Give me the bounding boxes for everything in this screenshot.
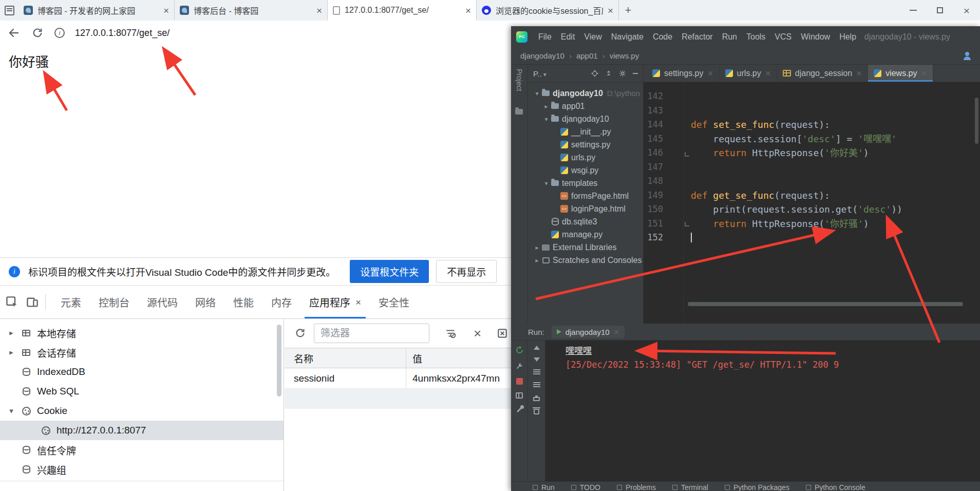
editor-tab[interactable]: views.py: [868, 65, 933, 82]
sidebar-item[interactable]: ▸ 本地存储: [0, 323, 284, 343]
editor-tab[interactable]: settings.py: [647, 65, 720, 82]
expand-arrow-icon[interactable]: ▾: [7, 406, 15, 416]
editor-tab-close-icon[interactable]: [765, 68, 771, 78]
up-stack-icon[interactable]: [534, 346, 540, 350]
tool-window-button[interactable]: TODO: [571, 483, 600, 491]
devtools-tab[interactable]: 元素: [52, 286, 90, 318]
tree-arrow-icon[interactable]: ▾: [542, 180, 550, 187]
code-line[interactable]: 142: [644, 89, 980, 104]
horizontal-scrollbar[interactable]: [688, 302, 963, 306]
project-tree-item[interactable]: __init__.py: [528, 125, 643, 138]
stop-icon[interactable]: [516, 378, 523, 385]
menu-item[interactable]: Run: [718, 32, 742, 42]
devtools-tab[interactable]: 源代码: [138, 286, 186, 318]
clear-cookies-button[interactable]: [474, 327, 481, 340]
sidebar-item[interactable]: ▾ Cookie: [0, 401, 284, 421]
devtools-tab-close-icon[interactable]: [355, 297, 361, 307]
browser-tab[interactable]: 博客园 - 开发者的网上家园: [18, 0, 175, 21]
tool-window-button[interactable]: Python Packages: [725, 483, 789, 491]
expand-arrow-icon[interactable]: ▸: [7, 328, 15, 337]
sidebar-item[interactable]: 兴趣组: [0, 460, 284, 479]
tab-close-icon[interactable]: [465, 6, 471, 15]
breadcrumb-item[interactable]: views.py: [610, 51, 639, 60]
refresh-button[interactable]: [31, 26, 44, 40]
scroll-to-end-icon[interactable]: [533, 382, 540, 383]
tab-actions-button[interactable]: [0, 0, 18, 21]
tool-window-button[interactable]: Run: [533, 483, 555, 491]
device-toolbar-button[interactable]: [26, 295, 39, 309]
project-stripe-button[interactable]: Project: [515, 69, 523, 91]
wrench-icon[interactable]: [515, 362, 523, 370]
users-icon[interactable]: [963, 52, 972, 60]
filter-input[interactable]: [314, 324, 429, 343]
project-tree-item[interactable]: ▸ Scratches and Consoles: [528, 254, 643, 267]
tool-window-button[interactable]: Python Console: [806, 483, 865, 491]
dismiss-button[interactable]: 不再显示: [436, 260, 497, 283]
tab-close-icon[interactable]: [163, 6, 169, 15]
project-tree-item[interactable]: ▾ templates: [528, 177, 643, 190]
project-tree-item[interactable]: ▾ djangoday10: [528, 112, 643, 125]
code-line[interactable]: 144 def set_se_func(request):: [644, 118, 980, 132]
fold-end-icon[interactable]: [685, 152, 689, 157]
site-info-icon[interactable]: [54, 28, 65, 38]
devtools-tab[interactable]: 安全性: [370, 286, 418, 318]
editor-tab[interactable]: urls.py: [720, 65, 777, 82]
back-button[interactable]: [7, 26, 21, 40]
menu-item[interactable]: File: [534, 32, 556, 42]
code-editor[interactable]: 142 143 144 def set_se_func(request): 14…: [644, 82, 980, 324]
devtools-tab[interactable]: 性能: [224, 286, 262, 318]
menu-item[interactable]: Refactor: [677, 32, 717, 42]
code-line[interactable]: 151 return HttpResponse('你好骚'): [644, 217, 980, 231]
gear-icon[interactable]: [619, 70, 626, 77]
hide-panel-icon[interactable]: [633, 73, 638, 74]
editor-tab[interactable]: django_session: [777, 65, 868, 82]
sidebar-item[interactable]: http://127.0.0.1:8077: [0, 421, 284, 440]
console-output[interactable]: 嘿嘿嘿[25/Dec/2022 15:33:48] "GET /get_se/ …: [545, 341, 980, 481]
menu-item[interactable]: View: [579, 32, 606, 42]
menu-item[interactable]: Tools: [742, 32, 770, 42]
cookies-refresh-button[interactable]: [295, 328, 306, 338]
code-line[interactable]: 149 def get_se_func(request):: [644, 188, 980, 203]
menu-item[interactable]: Navigate: [607, 32, 648, 42]
delete-selected-button[interactable]: [497, 328, 508, 339]
project-tree-item[interactable]: ▸ External Libraries: [528, 241, 643, 254]
editor-tab-close-icon[interactable]: [921, 68, 927, 78]
menu-item[interactable]: VCS: [770, 32, 796, 42]
url-field[interactable]: 127.0.0.1:8077/get_se/: [75, 28, 169, 39]
project-tree-item[interactable]: urls.py: [528, 151, 643, 164]
run-config-tab[interactable]: djangoday10: [552, 326, 625, 338]
tree-arrow-icon[interactable]: ▸: [533, 257, 541, 264]
devtools-tab[interactable]: 应用程序: [300, 286, 370, 318]
menu-item[interactable]: Code: [648, 32, 677, 42]
project-tree-item[interactable]: formsPage.html: [528, 190, 643, 202]
devtools-tab[interactable]: 控制台: [90, 286, 138, 318]
project-tree-item[interactable]: settings.py: [528, 138, 643, 151]
devtools-tab[interactable]: 网络: [186, 286, 224, 318]
locate-file-icon[interactable]: [591, 70, 598, 77]
sidebar-scrollbar[interactable]: [277, 325, 281, 396]
down-stack-icon[interactable]: [534, 357, 540, 362]
tree-arrow-icon[interactable]: ▸: [542, 103, 550, 110]
breadcrumb-item[interactable]: djangoday10: [520, 51, 576, 60]
project-tree-item[interactable]: loginPage.html: [528, 202, 643, 215]
soft-wrap-icon[interactable]: [533, 369, 540, 370]
code-line[interactable]: 150 print(request.session.get('desc')): [644, 202, 980, 217]
project-view-selector[interactable]: P..: [533, 69, 546, 78]
clear-console-icon[interactable]: [534, 409, 539, 414]
menu-item[interactable]: Window: [796, 32, 835, 42]
restore-layout-icon[interactable]: [516, 392, 523, 399]
print-icon[interactable]: [533, 397, 540, 401]
code-line[interactable]: 146 return HttpResponse('你好美'): [644, 146, 980, 160]
project-tree-item[interactable]: ▸ app01: [528, 100, 643, 112]
expand-arrow-icon[interactable]: ▸: [7, 348, 15, 357]
menu-item[interactable]: Help: [835, 32, 861, 42]
browser-tab[interactable]: 127.0.0.1:8077/get_se/: [328, 0, 477, 21]
project-tree-item[interactable]: db.sqlite3: [528, 215, 643, 228]
sidebar-item[interactable]: 信任令牌: [0, 440, 284, 460]
tab-close-icon[interactable]: [316, 6, 322, 15]
new-tab-button[interactable]: +: [619, 4, 637, 17]
browser-tab[interactable]: 博客后台 - 博客园: [175, 0, 328, 21]
tab-close-icon[interactable]: [608, 6, 613, 15]
project-tree-item[interactable]: ▾ djangoday10 D:\python: [528, 87, 643, 100]
code-line[interactable]: 145 request.session['desc'] = '嘿嘿嘿': [644, 132, 980, 146]
